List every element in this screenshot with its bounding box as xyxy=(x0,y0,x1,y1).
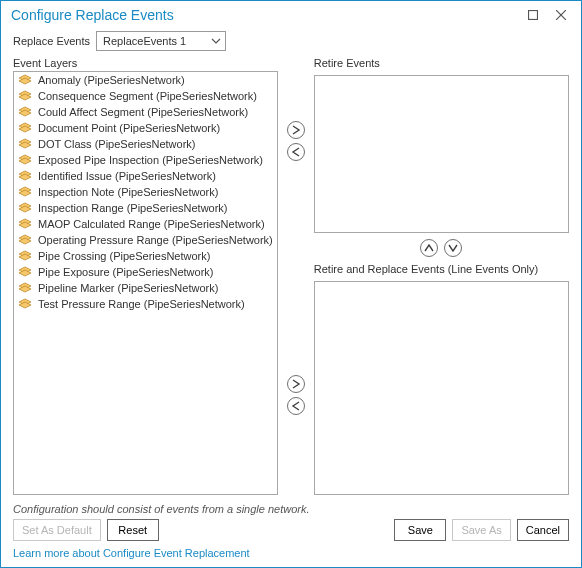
arrow-right-icon xyxy=(291,379,301,389)
layer-icon xyxy=(18,202,32,214)
list-item-label: Consequence Segment (PipeSeriesNetwork) xyxy=(38,90,257,102)
layer-icon xyxy=(18,90,32,102)
reorder-buttons xyxy=(314,239,569,257)
maximize-button[interactable] xyxy=(519,5,547,25)
list-item[interactable]: Inspection Note (PipeSeriesNetwork) xyxy=(14,184,277,200)
transfer-buttons-column xyxy=(284,57,308,495)
arrow-left-icon xyxy=(291,401,301,411)
replace-events-dropdown[interactable]: ReplaceEvents 1 xyxy=(96,31,226,51)
list-item-label: MAOP Calculated Range (PipeSeriesNetwork… xyxy=(38,218,265,230)
list-item[interactable]: Identified Issue (PipeSeriesNetwork) xyxy=(14,168,277,184)
list-item[interactable]: Inspection Range (PipeSeriesNetwork) xyxy=(14,200,277,216)
button-row: Set As Default Reset Save Save As Cancel xyxy=(13,519,569,541)
retire-events-listbox[interactable] xyxy=(314,75,569,233)
close-icon xyxy=(556,10,566,20)
content-area: Replace Events ReplaceEvents 1 Event Lay… xyxy=(1,29,581,567)
layer-icon xyxy=(18,218,32,230)
list-item-label: Pipe Crossing (PipeSeriesNetwork) xyxy=(38,250,210,262)
list-item-label: Anomaly (PipeSeriesNetwork) xyxy=(38,74,185,86)
cancel-button[interactable]: Cancel xyxy=(517,519,569,541)
replace-transfer-buttons xyxy=(287,375,305,415)
layer-icon xyxy=(18,250,32,262)
layer-icon xyxy=(18,298,32,310)
reset-button[interactable]: Reset xyxy=(107,519,159,541)
retire-replace-listbox[interactable] xyxy=(314,281,569,495)
arrow-left-icon xyxy=(291,147,301,157)
move-right-replace-button[interactable] xyxy=(287,375,305,393)
list-item[interactable]: DOT Class (PipeSeriesNetwork) xyxy=(14,136,277,152)
left-column: Event Layers Anomaly (PipeSeriesNetwork)… xyxy=(13,57,278,495)
list-item[interactable]: Pipe Crossing (PipeSeriesNetwork) xyxy=(14,248,277,264)
layer-icon xyxy=(18,234,32,246)
list-item[interactable]: Could Affect Segment (PipeSeriesNetwork) xyxy=(14,104,277,120)
list-item[interactable]: Pipe Exposure (PipeSeriesNetwork) xyxy=(14,264,277,280)
titlebar: Configure Replace Events xyxy=(1,1,581,29)
columns: Event Layers Anomaly (PipeSeriesNetwork)… xyxy=(13,57,569,495)
arrow-right-icon xyxy=(291,125,301,135)
layer-icon xyxy=(18,170,32,182)
learn-more-link[interactable]: Learn more about Configure Event Replace… xyxy=(13,547,569,559)
layer-icon xyxy=(18,154,32,166)
retire-transfer-buttons xyxy=(287,121,305,161)
layer-icon xyxy=(18,106,32,118)
event-layers-label: Event Layers xyxy=(13,57,278,69)
dialog-window: Configure Replace Events Replace Events … xyxy=(0,0,582,568)
list-item[interactable]: Pipeline Marker (PipeSeriesNetwork) xyxy=(14,280,277,296)
list-item-label: Exposed Pipe Inspection (PipeSeriesNetwo… xyxy=(38,154,263,166)
replace-events-label: Replace Events xyxy=(13,35,90,47)
list-item[interactable]: MAOP Calculated Range (PipeSeriesNetwork… xyxy=(14,216,277,232)
list-item[interactable]: Exposed Pipe Inspection (PipeSeriesNetwo… xyxy=(14,152,277,168)
arrow-down-icon xyxy=(448,243,458,253)
list-item[interactable]: Consequence Segment (PipeSeriesNetwork) xyxy=(14,88,277,104)
list-item-label: Inspection Note (PipeSeriesNetwork) xyxy=(38,186,218,198)
layer-icon xyxy=(18,282,32,294)
list-item-label: Identified Issue (PipeSeriesNetwork) xyxy=(38,170,216,182)
svg-rect-0 xyxy=(529,11,538,20)
list-item-label: Test Pressure Range (PipeSeriesNetwork) xyxy=(38,298,245,310)
set-default-button[interactable]: Set As Default xyxy=(13,519,101,541)
save-button[interactable]: Save xyxy=(394,519,446,541)
list-item[interactable]: Anomaly (PipeSeriesNetwork) xyxy=(14,72,277,88)
dropdown-row: Replace Events ReplaceEvents 1 xyxy=(13,31,569,51)
list-item-label: Operating Pressure Range (PipeSeriesNetw… xyxy=(38,234,273,246)
move-left-replace-button[interactable] xyxy=(287,397,305,415)
window-title: Configure Replace Events xyxy=(11,7,519,23)
list-item-label: Document Point (PipeSeriesNetwork) xyxy=(38,122,220,134)
retire-replace-label: Retire and Replace Events (Line Events O… xyxy=(314,263,569,275)
move-left-retire-button[interactable] xyxy=(287,143,305,161)
layer-icon xyxy=(18,138,32,150)
dropdown-selected-text: ReplaceEvents 1 xyxy=(103,35,211,47)
list-item[interactable]: Operating Pressure Range (PipeSeriesNetw… xyxy=(14,232,277,248)
move-up-button[interactable] xyxy=(420,239,438,257)
list-item[interactable]: Document Point (PipeSeriesNetwork) xyxy=(14,120,277,136)
layer-icon xyxy=(18,186,32,198)
retire-events-label: Retire Events xyxy=(314,57,569,69)
list-item-label: DOT Class (PipeSeriesNetwork) xyxy=(38,138,196,150)
event-layers-listbox[interactable]: Anomaly (PipeSeriesNetwork)Consequence S… xyxy=(13,71,278,495)
right-column: Retire Events Retire and Replace Events … xyxy=(314,57,569,495)
layer-icon xyxy=(18,122,32,134)
list-item-label: Pipeline Marker (PipeSeriesNetwork) xyxy=(38,282,218,294)
list-item-label: Inspection Range (PipeSeriesNetwork) xyxy=(38,202,228,214)
layer-icon xyxy=(18,266,32,278)
list-item[interactable]: Test Pressure Range (PipeSeriesNetwork) xyxy=(14,296,277,312)
save-as-button[interactable]: Save As xyxy=(452,519,510,541)
hint-text: Configuration should consist of events f… xyxy=(13,503,569,515)
maximize-icon xyxy=(528,10,538,20)
layer-icon xyxy=(18,74,32,86)
list-item-label: Could Affect Segment (PipeSeriesNetwork) xyxy=(38,106,248,118)
arrow-up-icon xyxy=(424,243,434,253)
list-item-label: Pipe Exposure (PipeSeriesNetwork) xyxy=(38,266,213,278)
chevron-down-icon xyxy=(211,36,221,46)
close-button[interactable] xyxy=(547,5,575,25)
move-right-retire-button[interactable] xyxy=(287,121,305,139)
move-down-button[interactable] xyxy=(444,239,462,257)
